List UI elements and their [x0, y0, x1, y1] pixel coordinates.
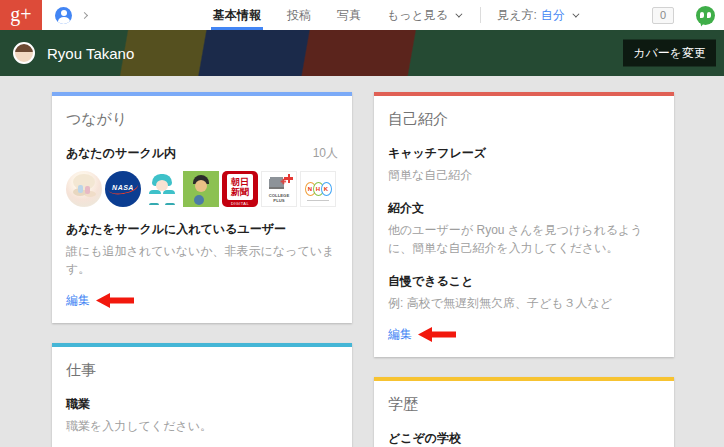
edit-connections-link[interactable]: 編集: [66, 292, 90, 309]
college-plus-logo-avatar[interactable]: COLLEGEPLUS: [261, 171, 297, 207]
college-line2: PLUS: [273, 198, 284, 203]
nasa-logo-avatar[interactable]: NASA: [105, 171, 141, 207]
hatsune-miku-avatar[interactable]: [144, 171, 180, 207]
profile-photo[interactable]: [13, 42, 35, 64]
work-card: 仕事 職業 職業を入力してください。 技能 あなたのスキル: [52, 343, 352, 447]
profile-cards: つながり あなたのサークル内 10人 NASA 朝日新聞 DIGITAL COL…: [0, 76, 724, 447]
red-arrow-annotation: [96, 293, 134, 308]
notifications-count[interactable]: 0: [652, 7, 674, 24]
chevron-down-icon: [456, 10, 463, 17]
about-card: 自己紹介 キャッチフレーズ 簡単な自己紹介 紹介文 他のユーザーが Ryou さ…: [374, 92, 674, 357]
introduction-label: 紹介文: [388, 200, 660, 217]
change-cover-button[interactable]: カバーを変更: [623, 40, 716, 67]
nhk-letter-k: K: [321, 182, 332, 196]
anime-girl-avatar[interactable]: [66, 171, 102, 207]
card-title: 学歴: [388, 395, 660, 414]
edit-about-link[interactable]: 編集: [388, 326, 412, 343]
in-circles-count: 10人: [313, 145, 338, 162]
chevron-down-icon: [572, 10, 579, 17]
view-as-selector[interactable]: 見え方: 自分: [497, 7, 577, 24]
top-nav: g+ 基本情報 投稿 写真 もっと見る 見え方: 自分 0: [0, 0, 724, 30]
school-label: どこぞの学校: [388, 430, 660, 447]
chevron-right-icon: [81, 11, 88, 18]
circle-avatars-row: NASA 朝日新聞 DIGITAL COLLEGEPLUS N H K: [66, 171, 338, 207]
hangouts-icon[interactable]: [696, 6, 715, 25]
nhk-logo-avatar[interactable]: N H K: [300, 171, 336, 207]
introduction-placeholder: 他のユーザーが Ryou さんを見つけられるように、簡単な自己紹介を入力してくだ…: [388, 221, 660, 257]
red-arrow-annotation: [418, 327, 456, 342]
profile-breadcrumb[interactable]: [55, 7, 87, 24]
profile-name: Ryou Takano: [47, 45, 134, 62]
connections-card: つながり あなたのサークル内 10人 NASA 朝日新聞 DIGITAL COL…: [52, 92, 352, 323]
asahi-line1: 朝日: [231, 177, 249, 187]
asahi-shimbun-logo-avatar[interactable]: 朝日新聞 DIGITAL: [222, 171, 258, 207]
left-column: つながり あなたのサークル内 10人 NASA 朝日新聞 DIGITAL COL…: [52, 92, 352, 447]
tab-more-label: もっと見る: [387, 0, 448, 30]
education-card: 学歴 どこぞの学校 編集: [374, 377, 674, 447]
card-title: 自己紹介: [388, 110, 660, 129]
added-you-label: あなたをサークルに入れているユーザー: [66, 221, 338, 238]
bragging-rights-placeholder: 例: 高校で無遅刻無欠席、子ども３人など: [388, 294, 660, 312]
asahi-sub: DIGITAL: [230, 201, 251, 207]
tab-about[interactable]: 基本情報: [213, 0, 261, 30]
card-title: つながり: [66, 110, 338, 129]
right-column: 自己紹介 キャッチフレーズ 簡単な自己紹介 紹介文 他のユーザーが Ryou さ…: [374, 92, 674, 447]
nav-divider: [480, 7, 481, 23]
nav-tabs: 基本情報 投稿 写真 もっと見る: [213, 0, 486, 30]
bragging-rights-label: 自慢できること: [388, 273, 660, 290]
tab-about-label: 基本情報: [213, 0, 261, 30]
in-circles-label: あなたのサークル内: [66, 145, 176, 162]
view-as-label: 見え方:: [497, 7, 537, 24]
tab-posts[interactable]: 投稿: [287, 0, 311, 30]
tagline-label: キャッチフレーズ: [388, 145, 660, 162]
view-as-value: 自分: [541, 7, 565, 24]
profile-avatar-icon[interactable]: [55, 7, 72, 24]
tab-photos-label: 写真: [337, 0, 361, 30]
nasa-text: NASA: [105, 184, 141, 191]
added-you-text: 誰にも追加されていないか、非表示になっています。: [66, 242, 338, 278]
tab-photos[interactable]: 写真: [337, 0, 361, 30]
occupation-placeholder: 職業を入力してください。: [66, 417, 338, 435]
googleplus-logo[interactable]: g+: [0, 0, 42, 30]
asahi-line2: 新聞: [231, 187, 249, 197]
tab-posts-label: 投稿: [287, 0, 311, 30]
tagline-placeholder: 簡単な自己紹介: [388, 166, 660, 184]
tab-more[interactable]: もっと見る: [387, 0, 460, 30]
nav-right-group: 0: [652, 6, 724, 25]
cartoon-man-avatar[interactable]: [183, 171, 219, 207]
card-title: 仕事: [66, 361, 338, 380]
cover-photo: Ryou Takano カバーを変更: [0, 30, 724, 76]
occupation-label: 職業: [66, 396, 338, 413]
